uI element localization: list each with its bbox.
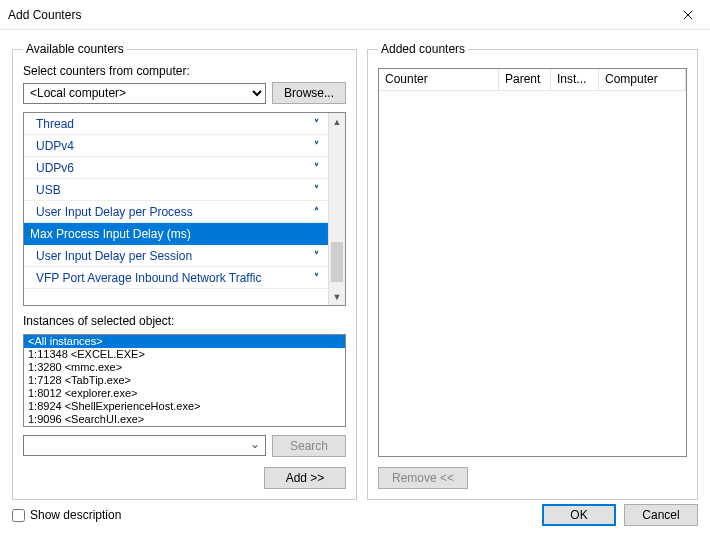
available-counters-group: Available counters Select counters from …	[12, 42, 357, 500]
instance-row[interactable]: 1:3280 <mmc.exe>	[24, 361, 345, 374]
table-body[interactable]	[379, 91, 686, 456]
ok-button[interactable]: OK	[542, 504, 616, 526]
instance-row[interactable]: <All instances>	[24, 335, 345, 348]
instances-list[interactable]: <All instances>1:11348 <EXCEL.EXE>1:3280…	[23, 334, 346, 427]
chevron-down-icon: ⌄	[247, 437, 263, 451]
show-description-label: Show description	[30, 508, 121, 522]
col-inst[interactable]: Inst...	[551, 69, 599, 91]
titlebar: Add Counters	[0, 0, 710, 30]
window-title: Add Counters	[8, 8, 665, 22]
search-button[interactable]: Search	[272, 435, 346, 457]
available-counters-legend: Available counters	[23, 42, 127, 56]
scroll-down-button[interactable]: ▼	[329, 288, 345, 305]
remove-button[interactable]: Remove <<	[378, 467, 468, 489]
added-counters-group: Added counters Counter Parent Inst... Co…	[367, 42, 698, 500]
instance-row[interactable]: 1:9096 <SearchUI.exe>	[24, 413, 345, 426]
close-icon	[683, 10, 693, 20]
instance-row[interactable]: 1:8012 <explorer.exe>	[24, 387, 345, 400]
instances-label: Instances of selected object:	[23, 314, 346, 328]
chevron-down-icon	[310, 250, 322, 261]
counter-item[interactable]: Max Process Input Delay (ms)	[24, 223, 328, 245]
counter-item[interactable]: UDPv4	[24, 135, 328, 157]
counter-item-label: User Input Delay per Process	[36, 205, 310, 219]
chevron-down-icon	[310, 140, 322, 151]
chevron-down-icon	[310, 162, 322, 173]
show-description-checkbox[interactable]: Show description	[12, 508, 534, 522]
counter-item-label: UDPv4	[36, 139, 310, 153]
counter-item[interactable]: UDPv6	[24, 157, 328, 179]
counter-item-label: User Input Delay per Session	[36, 249, 310, 263]
counter-item[interactable]: VFP Port Average Inbound Network Traffic	[24, 267, 328, 289]
instance-row[interactable]: 1:11348 <EXCEL.EXE>	[24, 348, 345, 361]
scroll-track[interactable]	[329, 130, 345, 288]
close-button[interactable]	[665, 0, 710, 30]
counters-list: ThreadUDPv4UDPv6USBUser Input Delay per …	[23, 112, 346, 306]
counter-item[interactable]: User Input Delay per Session	[24, 245, 328, 267]
counter-item[interactable]: USB	[24, 179, 328, 201]
counter-item-label: UDPv6	[36, 161, 310, 175]
chevron-down-icon	[310, 118, 322, 129]
counter-item-label: USB	[36, 183, 310, 197]
added-counters-table: Counter Parent Inst... Computer	[378, 68, 687, 457]
col-parent[interactable]: Parent	[499, 69, 551, 91]
counter-item[interactable]: User Input Delay per Process	[24, 201, 328, 223]
counter-item-label: Max Process Input Delay (ms)	[30, 227, 322, 241]
added-counters-legend: Added counters	[378, 42, 468, 56]
col-counter[interactable]: Counter	[379, 69, 499, 91]
table-header: Counter Parent Inst... Computer	[379, 69, 686, 91]
scroll-thumb[interactable]	[331, 242, 343, 282]
select-computer-label: Select counters from computer:	[23, 64, 346, 78]
counters-scrollbar[interactable]: ▲ ▼	[328, 113, 345, 305]
scroll-up-button[interactable]: ▲	[329, 113, 345, 130]
browse-button[interactable]: Browse...	[272, 82, 346, 104]
col-computer[interactable]: Computer	[599, 69, 686, 91]
add-button[interactable]: Add >>	[264, 467, 346, 489]
instance-row[interactable]: 1:8924 <ShellExperienceHost.exe>	[24, 400, 345, 413]
chevron-up-icon	[310, 206, 322, 217]
dialog-footer: Show description OK Cancel	[0, 500, 710, 533]
cancel-button[interactable]: Cancel	[624, 504, 698, 526]
counter-item-label: Thread	[36, 117, 310, 131]
instance-row[interactable]: 1:7128 <TabTip.exe>	[24, 374, 345, 387]
chevron-down-icon	[310, 272, 322, 283]
instance-search-input[interactable]: ⌄	[23, 435, 266, 456]
chevron-down-icon	[310, 184, 322, 195]
computer-select[interactable]: <Local computer>	[23, 83, 266, 104]
show-description-input[interactable]	[12, 509, 25, 522]
counter-item-label: VFP Port Average Inbound Network Traffic	[36, 271, 310, 285]
counter-item[interactable]: Thread	[24, 113, 328, 135]
